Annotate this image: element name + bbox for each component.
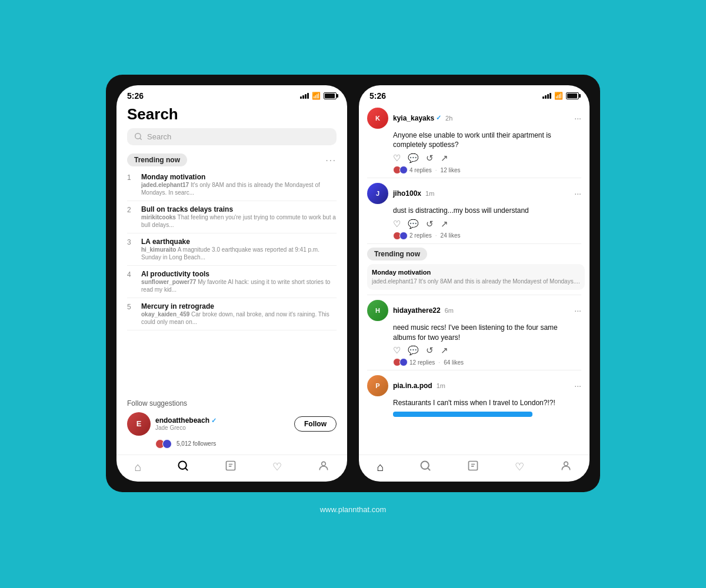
nav-search-icon[interactable] [177, 460, 189, 475]
post-stats: 2 replies · 24 likes [393, 232, 581, 240]
left-status-icons: 📶 [300, 92, 337, 100]
post-text: Anyone else unable to work until their a… [393, 131, 581, 151]
post-likes: 64 likes [444, 359, 464, 366]
trend-desc: sunflower_power77 My favorite AI hack: u… [141, 278, 337, 293]
trend-number: 1 [127, 173, 134, 182]
share-action-icon[interactable]: ↗ [441, 219, 448, 229]
comment-action-icon[interactable]: 💬 [408, 153, 419, 163]
nav-home-icon[interactable]: ⌂ [134, 460, 141, 474]
post-replies: 2 replies [409, 232, 432, 239]
post-likes: 24 likes [441, 232, 461, 239]
right-signal-icon [542, 93, 551, 99]
post-username: jiho100x 1m [393, 189, 570, 198]
heart-action-icon[interactable]: ♡ [393, 219, 401, 229]
post-replies: 12 replies [409, 359, 435, 366]
list-item[interactable]: 3 LA earthquake hi_kimuraito A magnitude… [127, 233, 337, 266]
trend-content: LA earthquake hi_kimuraito A magnitude 3… [141, 238, 337, 261]
trend-title: Monday motivation [141, 173, 337, 181]
left-bottom-nav: ⌂ ♡ [116, 455, 347, 482]
trend-content: Mercury in retrograde okay_kaiden_459 Ca… [141, 302, 337, 326]
watermark: www.plannthat.com [320, 505, 387, 514]
nav-compose-icon[interactable] [467, 460, 479, 475]
post-avatar: H [367, 300, 388, 321]
left-status-bar: 5:26 📶 [116, 85, 347, 103]
list-item[interactable]: 1 Monday motivation jaded.elephant17 It'… [127, 169, 337, 201]
trend-title: Mercury in retrograde [141, 302, 337, 310]
heart-action-icon[interactable]: ♡ [393, 345, 401, 356]
post-username: pia.in.a.pod 1m [393, 382, 570, 390]
post-stats: 4 replies · 12 likes [393, 166, 581, 174]
nav-compose-icon[interactable] [225, 460, 237, 475]
user-subname: Jade Greco [155, 425, 289, 431]
retweet-action-icon[interactable]: ↺ [426, 219, 434, 229]
post-jiho: J jiho100x 1m ··· dust is distracting...… [359, 178, 590, 243]
comment-action-icon[interactable]: 💬 [408, 219, 419, 229]
post-replies: 4 replies [409, 167, 432, 173]
trend-content: Bull on tracks delays trains mirikitcook… [141, 205, 337, 229]
post-avatar: K [367, 108, 388, 129]
search-header: Search Search [116, 103, 347, 150]
retweet-action-icon[interactable]: ↺ [426, 153, 434, 163]
nav-profile-icon[interactable] [318, 460, 329, 475]
left-phone: 5:26 📶 Search [116, 85, 347, 482]
retweet-action-icon[interactable]: ↺ [426, 345, 434, 356]
trend-number: 3 [127, 238, 134, 246]
trend-title: Bull on tracks delays trains [141, 205, 337, 213]
right-bottom-nav: ⌂ ♡ [359, 455, 590, 482]
trend-desc: mirikitcooks That feeling when you're ju… [141, 213, 337, 229]
list-item[interactable]: 2 Bull on tracks delays trains mirikitco… [127, 201, 337, 233]
nav-profile-icon[interactable] [560, 460, 572, 475]
feed-content: K kyia_kayaks ✓ 2h ··· Anyone else unabl… [359, 103, 590, 455]
feed-trending-badge: Trending now [367, 248, 427, 260]
verified-icon: ✓ [211, 417, 217, 425]
trend-content: Monday motivation jaded.elephant17 It's … [141, 173, 337, 196]
nav-home-icon[interactable]: ⌂ [377, 460, 384, 474]
svg-point-7 [321, 462, 325, 466]
wifi-icon: 📶 [312, 92, 321, 100]
post-actions: ♡ 💬 ↺ ↗ [393, 153, 581, 163]
right-battery-icon [566, 92, 579, 99]
share-action-icon[interactable]: ↗ [441, 345, 448, 356]
svg-line-3 [185, 467, 188, 470]
trending-header: Trending now ··· [116, 150, 347, 169]
trend-number: 4 [127, 270, 134, 279]
post-more-icon[interactable]: ··· [574, 113, 581, 123]
trend-card-desc: jaded.elephant17 It's only 8AM and this … [372, 278, 580, 285]
trend-title: LA earthquake [141, 238, 337, 246]
mini-avatars [155, 439, 169, 449]
post-likes: 12 likes [441, 167, 461, 173]
post-more-icon[interactable]: ··· [574, 381, 581, 390]
follow-button[interactable]: Follow [294, 416, 337, 432]
list-item[interactable]: 4 AI productivity tools sunflower_power7… [127, 266, 337, 298]
nav-search-icon[interactable] [419, 460, 431, 475]
post-username: kyia_kayaks ✓ 2h [393, 114, 570, 122]
svg-point-13 [564, 462, 568, 466]
post-header: J jiho100x 1m ··· [367, 183, 581, 204]
post-avatar: P [367, 375, 388, 396]
trend-card-monday[interactable]: Monday motivation jaded.elephant17 It's … [367, 264, 585, 290]
trend-desc: hi_kimuraito A magnitude 3.0 earthquake … [141, 246, 337, 261]
post-meta: kyia_kayaks ✓ 2h [393, 114, 570, 122]
post-meta: pia.in.a.pod 1m [393, 382, 570, 390]
post-avatar: J [367, 183, 388, 204]
trending-badge: Trending now [127, 153, 187, 166]
heart-action-icon[interactable]: ♡ [393, 153, 401, 163]
post-header: P pia.in.a.pod 1m ··· [367, 375, 581, 396]
trend-desc: okay_kaiden_459 Car broke down, nail bro… [141, 310, 337, 326]
post-more-icon[interactable]: ··· [574, 306, 581, 315]
post-more-icon[interactable]: ··· [574, 189, 581, 198]
trend-title: AI productivity tools [141, 270, 337, 278]
search-box[interactable]: Search [127, 128, 337, 145]
list-item[interactable]: 5 Mercury in retrograde okay_kaiden_459 … [127, 298, 337, 330]
nav-heart-icon[interactable]: ♡ [515, 460, 524, 473]
more-dots[interactable]: ··· [325, 155, 337, 165]
post-stats: 12 replies · 64 likes [393, 358, 581, 366]
follow-suggestions-section: Follow suggestions E endoatthebeach ✓ Ja… [116, 393, 347, 452]
comment-action-icon[interactable]: 💬 [408, 345, 419, 356]
search-placeholder: Search [147, 132, 171, 141]
phones-container: 5:26 📶 Search [106, 75, 600, 492]
nav-heart-icon[interactable]: ♡ [272, 460, 282, 473]
share-action-icon[interactable]: ↗ [441, 153, 448, 163]
post-text: dust is distracting...my boss will under… [393, 206, 581, 216]
post-username: hidayathere22 6m [393, 306, 570, 315]
